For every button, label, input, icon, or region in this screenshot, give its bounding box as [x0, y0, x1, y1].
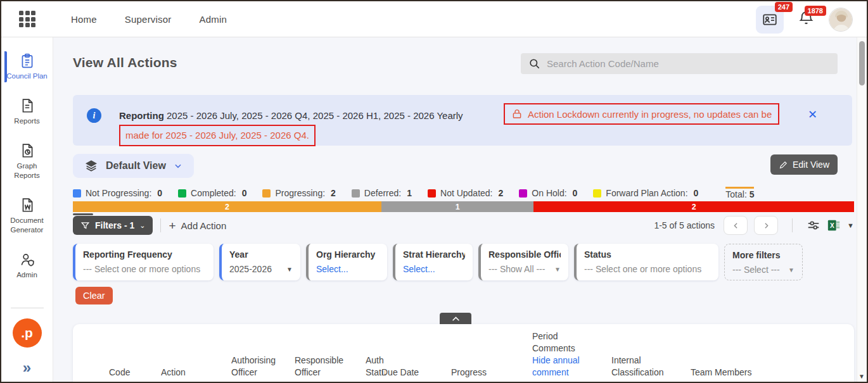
scrollbar-down-arrow[interactable]: ▼	[858, 373, 865, 380]
legend-label: Completed:	[191, 188, 236, 198]
actions-table: CodeActionAuthorising OfficerResponsible…	[73, 324, 854, 382]
sidebar-item-reports[interactable]: Reports	[4, 97, 50, 126]
pencil-icon	[779, 160, 788, 170]
column-header-team-members: Team Members	[691, 367, 754, 379]
legend-count: 2	[331, 188, 336, 198]
notifications-button[interactable]: 1878	[798, 9, 815, 29]
page-title: View All Actions	[73, 55, 177, 70]
word-doc-icon	[19, 197, 35, 213]
column-label: Code	[109, 367, 130, 377]
filter-label: Strat Hierarchy	[403, 249, 465, 260]
collapse-filters-button[interactable]	[440, 313, 471, 324]
edit-view-button[interactable]: Edit View	[770, 154, 838, 175]
filter-card-status[interactable]: Status--- Select one or more options	[574, 244, 718, 280]
filter-card-org-hierarchy[interactable]: Org HierarchySelect...	[306, 244, 387, 280]
legend-label: Not Updated:	[440, 188, 493, 198]
legend-item: Progressing:2	[262, 188, 335, 198]
filter-label: Year	[229, 249, 293, 260]
lockdown-message: Action Lockdown currently in progress, n…	[528, 109, 772, 120]
excel-export-icon[interactable]: X	[827, 218, 841, 232]
column-header-authorising-officer: Authorising Officer	[231, 355, 288, 379]
filter-value[interactable]: --- Select ---▼	[732, 265, 795, 275]
legend-label: On Hold:	[532, 188, 566, 198]
main-nav: HomeSupervisorAdmin	[71, 14, 227, 25]
column-header-internal-classification: Internal Classification	[611, 355, 684, 379]
hide-annual-comment-link[interactable]: Hide annual comment	[532, 355, 594, 379]
chevron-up-icon	[452, 316, 460, 322]
filters-button[interactable]: Filters - 1 ⌄	[73, 216, 153, 235]
legend-item: Not Progressing:0	[73, 188, 162, 198]
add-action-button[interactable]: + Add Action	[169, 220, 226, 232]
filter-value[interactable]: 2025-2026▼	[229, 264, 293, 274]
add-action-label: Add Action	[181, 220, 227, 231]
column-label: Due Date	[381, 367, 419, 377]
admin-shield-icon	[19, 251, 35, 268]
left-sidebar: Council PlanReportsGraph ReportsDocument…	[1, 37, 53, 382]
column-label: Internal Classification	[611, 355, 663, 377]
app-launcher-grid-icon[interactable]	[19, 11, 35, 27]
legend-count: 0	[573, 188, 578, 198]
legend-swatch	[428, 189, 436, 198]
sidebar-item-admin[interactable]: Admin	[4, 251, 50, 280]
sidebar-item-council-plan[interactable]: Council Plan	[4, 53, 50, 81]
filter-value[interactable]: --- Show All ---▼	[488, 264, 561, 274]
pagination-next-button[interactable]	[754, 216, 778, 235]
info-icon: i	[87, 108, 101, 123]
report-doc-icon	[19, 97, 35, 114]
search-bar[interactable]	[521, 53, 838, 74]
filter-value[interactable]: Select...	[316, 264, 380, 274]
nav-item-supervisor[interactable]: Supervisor	[125, 14, 172, 25]
clear-filters-button[interactable]: Clear	[75, 287, 113, 305]
filter-card-responsible-officer[interactable]: Responsible Officer--- Show All ---▼	[478, 244, 568, 280]
column-label: Team Members	[691, 367, 751, 377]
banner-close-icon[interactable]: ✕	[808, 108, 817, 122]
sidebar-item-graph-reports[interactable]: Graph Reports	[4, 142, 50, 180]
nav-item-admin[interactable]: Admin	[200, 14, 227, 25]
column-header-due-date: Due Date	[381, 367, 429, 379]
legend-label: Forward Plan Action:	[606, 188, 687, 198]
filter-card-reporting-frequency[interactable]: Reporting Frequency--- Select one or mor…	[73, 244, 214, 280]
scrollbar-thumb[interactable]	[859, 41, 865, 85]
reporting-info-banner: i Reporting 2025 - 2026 July, 2025 - 202…	[73, 95, 852, 146]
sidebar-item-label: Admin	[4, 270, 50, 280]
legend-swatch	[262, 189, 271, 198]
total-label: Total:	[725, 189, 746, 199]
caret-down-icon: ▼	[286, 266, 293, 273]
legend-label: Progressing:	[275, 188, 325, 198]
column-header-action: Action	[161, 367, 221, 379]
filter-value[interactable]: --- Select one or more options	[83, 264, 206, 274]
legend-item: Deferred:1	[352, 188, 412, 198]
sidebar-item-label: Document Generator	[4, 216, 50, 235]
sidebar-item-document-generator[interactable]: Document Generator	[4, 197, 50, 235]
lockdown-continuation-text: made for 2025 - 2026 July, 2025 - 2026 Q…	[119, 125, 316, 146]
filter-card-year[interactable]: Year2025-2026▼	[219, 244, 300, 280]
layers-icon	[84, 159, 98, 173]
filter-value[interactable]: Select...	[403, 264, 465, 274]
nav-item-home[interactable]: Home	[71, 14, 97, 25]
main-content: View All Actions i Reporting 2025 - 2026…	[53, 37, 857, 382]
messages-button[interactable]: 247	[756, 6, 784, 34]
legend-item: Not Updated:2	[428, 188, 503, 198]
column-header-period-comments: Period CommentsHide annual comment	[532, 330, 594, 379]
filter-value[interactable]: --- Select one or more options	[584, 264, 711, 274]
filter-card-strat-hierarchy[interactable]: Strat HierarchySelect...	[393, 244, 473, 280]
vertical-scrollbar[interactable]: ▼	[857, 37, 867, 382]
sidebar-expand-icon[interactable]: »	[23, 360, 31, 375]
lock-icon	[511, 108, 523, 120]
chevron-right-icon	[762, 222, 770, 230]
pagination-prev-button[interactable]	[724, 216, 748, 235]
view-selector-dropdown[interactable]: Default View	[73, 154, 194, 178]
search-input[interactable]	[547, 58, 830, 69]
chevron-left-icon	[732, 222, 740, 230]
user-avatar[interactable]	[829, 8, 853, 32]
column-label: Responsible Officer	[295, 355, 343, 377]
legend-label: Deferred:	[364, 188, 401, 198]
lockdown-warning-box: Action Lockdown currently in progress, n…	[504, 103, 779, 125]
sidebar-item-label: Graph Reports	[4, 161, 50, 180]
messages-badge: 247	[775, 2, 793, 12]
export-caret-down-icon[interactable]: ▼	[847, 222, 854, 229]
svg-text:X: X	[830, 222, 834, 229]
column-settings-sliders-icon[interactable]	[807, 218, 820, 232]
sidebar-divider	[11, 308, 44, 308]
filter-card-more-filters[interactable]: More filters--- Select ---▼	[724, 244, 803, 280]
